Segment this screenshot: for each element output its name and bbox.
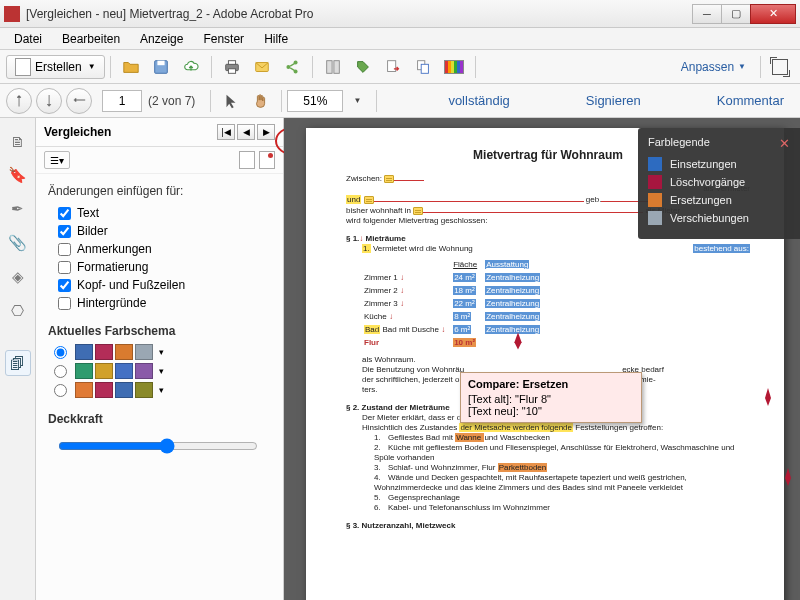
insert-label: Änderungen einfügen für: bbox=[48, 184, 271, 198]
menu-edit[interactable]: Bearbeiten bbox=[52, 30, 130, 48]
rail-attach-icon[interactable]: 📎 bbox=[5, 230, 31, 256]
legend-item: Ersetzungen bbox=[648, 193, 790, 207]
chevron-down-icon: ▼ bbox=[88, 62, 96, 71]
print-button[interactable] bbox=[219, 55, 245, 79]
svg-rect-11 bbox=[387, 60, 395, 71]
cloud-button[interactable] bbox=[178, 55, 204, 79]
create-label: Erstellen bbox=[35, 60, 82, 74]
page-number-input[interactable] bbox=[102, 90, 142, 112]
document-area[interactable]: Mietvertrag für Wohnraum Zwischen: als V… bbox=[284, 118, 800, 600]
svg-rect-10 bbox=[334, 60, 339, 73]
rail-compare-icon[interactable]: 🗐 bbox=[5, 350, 31, 376]
chk-headers[interactable]: Kopf- und Fußzeilen bbox=[58, 278, 271, 292]
share-button[interactable] bbox=[279, 55, 305, 79]
rail-tags-icon[interactable]: ⎔ bbox=[5, 298, 31, 324]
opacity-slider[interactable] bbox=[58, 438, 258, 454]
legend-item: Löschvorgänge bbox=[648, 175, 790, 189]
chk-images[interactable]: Bilder bbox=[58, 224, 271, 238]
svg-rect-13 bbox=[421, 64, 428, 73]
title-bar: [Vergleichen - neu] Mietvertrag_2 - Adob… bbox=[0, 0, 800, 28]
svg-rect-1 bbox=[157, 60, 164, 64]
menu-window[interactable]: Fenster bbox=[193, 30, 254, 48]
color-legend: Farblegende✕ EinsetzungenLöschvorgängeEr… bbox=[638, 128, 800, 239]
save-button[interactable] bbox=[148, 55, 174, 79]
chk-formatting[interactable]: Formatierung bbox=[58, 260, 271, 274]
app-icon bbox=[4, 6, 20, 22]
toolbar-nav: ⭡ ⭣ ⭠ (2 von 7) ▼ vollständig Signieren … bbox=[0, 84, 800, 118]
scheme-label: Aktuelles Farbschema bbox=[48, 324, 271, 338]
create-button[interactable]: Erstellen ▼ bbox=[6, 55, 105, 79]
comment-icon[interactable] bbox=[384, 175, 394, 183]
select-tool-button[interactable] bbox=[218, 89, 244, 113]
hand-tool-button[interactable] bbox=[248, 89, 274, 113]
opacity-label: Deckkraft bbox=[48, 412, 271, 426]
open-button[interactable] bbox=[118, 55, 144, 79]
svg-rect-4 bbox=[228, 68, 235, 73]
panel-title: Vergleichen bbox=[44, 125, 217, 139]
chk-annotations[interactable]: Anmerkungen bbox=[58, 242, 271, 256]
legend-title: Farblegende bbox=[648, 136, 710, 151]
tooltip-old: [Text alt]: "Flur 8" bbox=[468, 393, 634, 405]
color-theme-button[interactable] bbox=[440, 55, 468, 79]
page-count: (2 von 7) bbox=[148, 94, 195, 108]
chk-backgrounds[interactable]: Hintergründe bbox=[58, 296, 271, 310]
mail-button[interactable] bbox=[249, 55, 275, 79]
compare-next-button[interactable]: ▶ bbox=[257, 124, 275, 140]
comment-icon[interactable] bbox=[364, 196, 374, 204]
toolbar-main: Erstellen ▼ Anpassen ▼ bbox=[0, 50, 800, 84]
link-sign[interactable]: Signieren bbox=[576, 87, 651, 114]
zoom-dropdown[interactable]: ▼ bbox=[345, 89, 369, 113]
menu-file[interactable]: Datei bbox=[4, 30, 52, 48]
legend-close-icon[interactable]: ✕ bbox=[779, 136, 790, 151]
view-options-button[interactable]: ☰▾ bbox=[44, 151, 70, 169]
link-full[interactable]: vollständig bbox=[438, 87, 519, 114]
menu-help[interactable]: Hilfe bbox=[254, 30, 298, 48]
customize-button[interactable]: Anpassen ▼ bbox=[674, 55, 753, 79]
page-up-button[interactable]: ⭡ bbox=[6, 88, 32, 114]
svg-rect-9 bbox=[326, 60, 331, 73]
fullscreen-button[interactable] bbox=[768, 55, 792, 79]
doc-new-icon[interactable] bbox=[259, 151, 275, 169]
window-title: [Vergleichen - neu] Mietvertrag_2 - Adob… bbox=[26, 7, 693, 21]
close-button[interactable]: ✕ bbox=[750, 4, 796, 24]
scheme-row[interactable]: ▾ bbox=[54, 382, 271, 398]
expand-icon bbox=[772, 59, 788, 75]
nesting-button[interactable]: ⭠ bbox=[66, 88, 92, 114]
tag-button[interactable] bbox=[350, 55, 376, 79]
minimize-button[interactable]: ─ bbox=[692, 4, 722, 24]
compare-first-button[interactable]: |◀ bbox=[217, 124, 235, 140]
scheme-row[interactable]: ▾ bbox=[54, 363, 271, 379]
doc-old-icon[interactable] bbox=[239, 151, 255, 169]
link-comment[interactable]: Kommentar bbox=[707, 87, 794, 114]
tooltip-title: Compare: Ersetzen bbox=[468, 378, 634, 390]
page-down-button[interactable]: ⭣ bbox=[36, 88, 62, 114]
maximize-button[interactable]: ▢ bbox=[721, 4, 751, 24]
nav-rail: 🗎 🔖 ✒ 📎 ◈ ⎔ 🗐 bbox=[0, 118, 36, 600]
rainbow-icon bbox=[444, 60, 464, 74]
comment-icon[interactable] bbox=[413, 207, 423, 215]
rail-layers-icon[interactable]: ◈ bbox=[5, 264, 31, 290]
page-view-button[interactable] bbox=[320, 55, 346, 79]
new-doc-icon bbox=[15, 58, 31, 76]
scheme-row[interactable]: ▾ bbox=[54, 344, 271, 360]
compare-panel: Vergleichen |◀ ◀ ▶ ☰▾ Änderungen einfüge… bbox=[36, 118, 284, 600]
rail-signature-icon[interactable]: ✒ bbox=[5, 196, 31, 222]
compare-tooltip: Compare: Ersetzen [Text alt]: "Flur 8" [… bbox=[460, 372, 642, 423]
main-area: 🗎 🔖 ✒ 📎 ◈ ⎔ 🗐 Vergleichen |◀ ◀ ▶ ☰▾ Ände… bbox=[0, 118, 800, 600]
rail-pages-icon[interactable]: 🗎 bbox=[5, 128, 31, 154]
menu-view[interactable]: Anzeige bbox=[130, 30, 193, 48]
svg-point-6 bbox=[286, 65, 290, 69]
svg-rect-3 bbox=[228, 60, 235, 64]
legend-item: Verschiebungen bbox=[648, 211, 790, 225]
export-button[interactable] bbox=[380, 55, 406, 79]
tooltip-new: [Text neu]: "10" bbox=[468, 405, 634, 417]
copy-button[interactable] bbox=[410, 55, 436, 79]
chk-text[interactable]: Text bbox=[58, 206, 271, 220]
compare-prev-button[interactable]: ◀ bbox=[237, 124, 255, 140]
legend-item: Einsetzungen bbox=[648, 157, 790, 171]
rail-bookmarks-icon[interactable]: 🔖 bbox=[5, 162, 31, 188]
menu-bar: Datei Bearbeiten Anzeige Fenster Hilfe bbox=[0, 28, 800, 50]
zoom-input[interactable] bbox=[287, 90, 343, 112]
